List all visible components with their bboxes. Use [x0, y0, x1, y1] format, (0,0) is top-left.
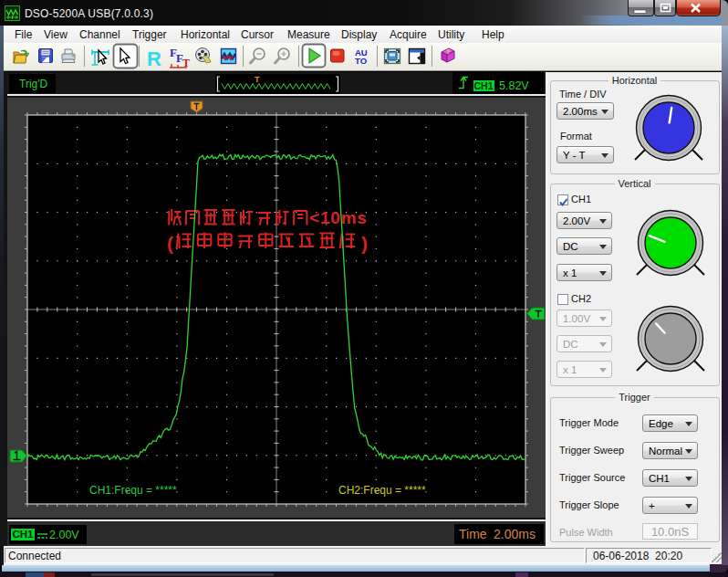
svg-text:T: T — [255, 75, 260, 84]
svg-text:TO: TO — [355, 56, 367, 66]
svg-text:CH2:Frequ = *****: CH2:Frequ = ***** — [338, 483, 426, 496]
svg-text:(: ( — [167, 232, 173, 253]
svg-text:): ) — [361, 232, 368, 253]
svg-text:<10ms: <10ms — [309, 208, 368, 227]
svg-text:CH1:Frequ = *****: CH1:Frequ = ***** — [89, 483, 177, 496]
svg-text:R: R — [147, 47, 161, 70]
